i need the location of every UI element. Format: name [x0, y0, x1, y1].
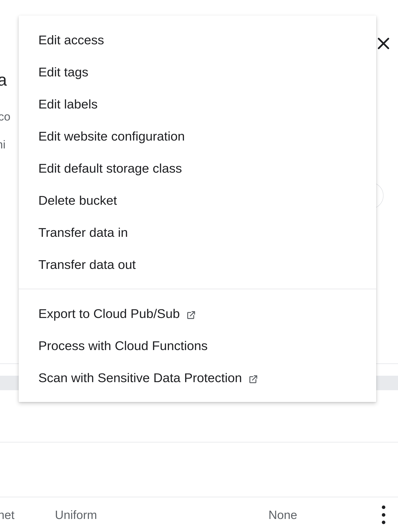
menu-item-export-pubsub[interactable]: Export to Cloud Pub/Sub — [19, 298, 376, 329]
bucket-actions-menu: Edit access Edit tags Edit labels Edit w… — [19, 16, 376, 402]
bucket-title-fragment: da — [0, 70, 7, 89]
table-divider — [0, 442, 398, 442]
menu-item-label: Edit default storage class — [38, 161, 182, 176]
menu-item-transfer-in[interactable]: Transfer data in — [19, 216, 376, 248]
close-button[interactable] — [375, 35, 392, 52]
menu-section-2: Export to Cloud Pub/Sub Process with Clo… — [19, 289, 376, 402]
bucket-desc-line1: eco — [0, 110, 10, 123]
table-row: rnet Uniform None — [0, 497, 398, 532]
menu-item-label: Edit access — [38, 32, 104, 47]
menu-item-label: Transfer data out — [38, 257, 136, 272]
row-overflow-menu-button[interactable] — [377, 506, 390, 524]
menu-item-cloud-functions[interactable]: Process with Cloud Functions — [19, 329, 376, 362]
menu-item-transfer-out[interactable]: Transfer data out — [19, 248, 376, 280]
external-link-icon — [186, 308, 196, 319]
menu-item-edit-tags[interactable]: Edit tags — [19, 56, 376, 88]
menu-item-label: Edit tags — [38, 65, 88, 79]
menu-item-label: Scan with Sensitive Data Protection — [38, 370, 242, 385]
close-icon — [375, 49, 392, 52]
kebab-icon — [382, 521, 385, 524]
bucket-desc-line2: vhi — [0, 138, 6, 151]
menu-section-1: Edit access Edit tags Edit labels Edit w… — [19, 16, 376, 289]
menu-item-delete-bucket[interactable]: Delete bucket — [19, 184, 376, 216]
table-cell-access-control: Uniform — [55, 508, 97, 522]
kebab-icon — [382, 513, 385, 517]
kebab-icon — [382, 506, 385, 509]
table-cell-access: rnet — [0, 508, 14, 522]
menu-item-label: Process with Cloud Functions — [38, 338, 208, 353]
menu-item-edit-storage-class[interactable]: Edit default storage class — [19, 152, 376, 184]
menu-item-label: Transfer data in — [38, 225, 128, 240]
menu-item-scan-sdp[interactable]: Scan with Sensitive Data Protection — [19, 362, 376, 394]
table-cell-protection: None — [268, 508, 297, 522]
menu-item-edit-access[interactable]: Edit access — [19, 24, 376, 56]
menu-item-edit-website-config[interactable]: Edit website configuration — [19, 120, 376, 152]
menu-item-label: Edit labels — [38, 97, 98, 111]
menu-item-label: Export to Cloud Pub/Sub — [38, 306, 180, 321]
menu-item-label: Edit website configuration — [38, 129, 185, 143]
external-link-icon — [248, 373, 259, 383]
menu-item-label: Delete bucket — [38, 193, 117, 208]
menu-item-edit-labels[interactable]: Edit labels — [19, 88, 376, 120]
